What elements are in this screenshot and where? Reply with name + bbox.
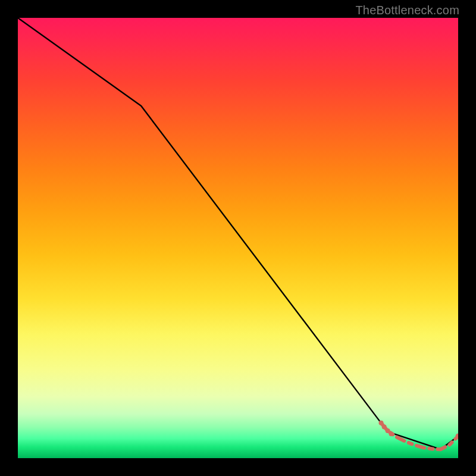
chart-background-gradient <box>18 18 458 458</box>
watermark-text: TheBottleneck.com <box>355 4 459 17</box>
chart-stage: TheBottleneck.com <box>0 0 476 476</box>
